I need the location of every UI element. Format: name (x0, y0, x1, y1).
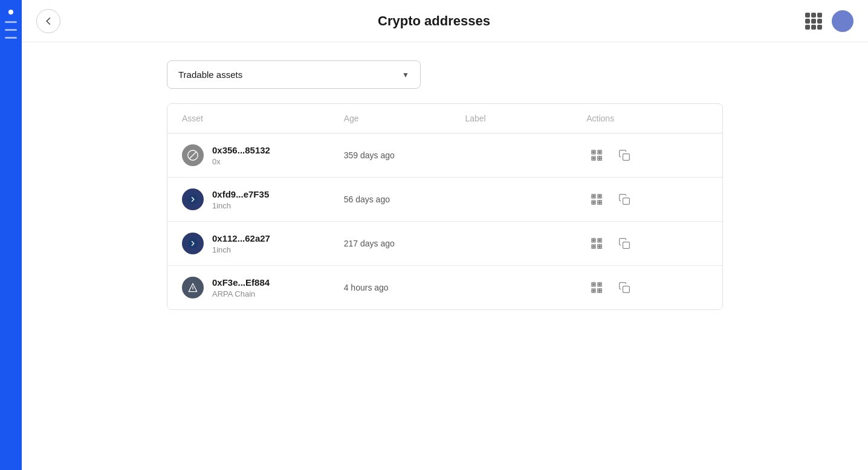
copy-button-2[interactable] (614, 233, 635, 254)
svg-line-1 (190, 152, 196, 159)
svg-rect-6 (600, 156, 602, 158)
dropdown-label: Tradable assets (178, 69, 242, 80)
addresses-table: Asset Age Label Actions 0x356...85132 (167, 103, 723, 310)
svg-rect-19 (598, 203, 600, 205)
qr-code-icon (590, 237, 603, 250)
back-arrow-icon (42, 14, 55, 28)
qr-code-icon (590, 281, 603, 294)
address-1: 0xfd9...e7F35 (212, 189, 269, 199)
copy-icon (618, 149, 630, 161)
asset-name-0: 0x (212, 157, 270, 166)
svg-point-13 (188, 195, 198, 205)
actions-1 (586, 189, 708, 210)
svg-rect-48 (593, 290, 595, 292)
svg-rect-8 (600, 159, 602, 161)
age-3: 4 hours ago (344, 283, 465, 292)
asset-name-3: ARPA Chain (212, 289, 270, 298)
svg-rect-24 (623, 198, 630, 205)
copy-icon (618, 237, 630, 249)
disabled-icon (186, 149, 199, 162)
svg-rect-49 (623, 286, 630, 293)
qr-code-icon (590, 149, 603, 162)
main-content: Crypto addresses (22, 0, 868, 470)
svg-rect-36 (623, 242, 630, 249)
asset-name-1: 1inch (212, 201, 269, 210)
copy-button-0[interactable] (614, 145, 635, 166)
avatar[interactable] (832, 10, 853, 32)
svg-rect-17 (598, 201, 600, 202)
actions-2 (586, 233, 708, 254)
svg-rect-43 (600, 289, 602, 291)
svg-rect-11 (593, 158, 595, 159)
back-button[interactable] (36, 9, 60, 33)
address-3: 0xF3e...Ef884 (212, 277, 270, 288)
svg-point-25 (188, 239, 198, 249)
age-2: 217 days ago (344, 239, 465, 248)
arpa-icon (187, 282, 199, 294)
svg-rect-9 (593, 152, 595, 153)
actions-3 (586, 277, 708, 298)
col-age: Age (344, 114, 465, 123)
asset-icon-0 (182, 144, 204, 166)
asset-filter-dropdown[interactable]: Tradable assets ▼ (167, 60, 421, 89)
apps-button[interactable] (803, 10, 824, 32)
address-2: 0x112...62a27 (212, 233, 270, 243)
age-0: 359 days ago (344, 150, 465, 160)
col-asset: Asset (182, 114, 344, 123)
svg-rect-32 (600, 247, 602, 249)
svg-rect-12 (623, 154, 630, 161)
asset-icon-2 (182, 233, 204, 254)
asset-cell-1: 0xfd9...e7F35 1inch (182, 188, 344, 210)
table-header: Asset Age Label Actions (167, 104, 722, 134)
chevron-down-icon: ▼ (402, 71, 409, 79)
svg-rect-7 (598, 159, 600, 161)
header-left (36, 9, 60, 33)
qr-button-3[interactable] (586, 277, 607, 298)
asset-info-2: 0x112...62a27 1inch (212, 233, 270, 254)
asset-cell-3: 0xF3e...Ef884 ARPA Chain (182, 277, 344, 298)
svg-rect-22 (599, 196, 601, 198)
asset-cell-0: 0x356...85132 0x (182, 144, 344, 166)
qr-button-0[interactable] (586, 145, 607, 166)
copy-icon (618, 282, 630, 294)
svg-rect-18 (600, 201, 602, 202)
sidebar-bar-2 (5, 29, 17, 31)
copy-button-1[interactable] (614, 189, 635, 210)
col-label: Label (465, 114, 586, 123)
header-right (803, 10, 853, 32)
table-row: 0x112...62a27 1inch 217 days ago (167, 222, 722, 266)
page-title: Crypto addresses (378, 13, 490, 29)
svg-rect-35 (593, 246, 595, 248)
qr-button-1[interactable] (586, 189, 607, 210)
oneinch-icon (186, 193, 199, 206)
table-row: 0x356...85132 0x 359 days ago (167, 134, 722, 178)
asset-icon-3 (182, 277, 204, 298)
asset-info-3: 0xF3e...Ef884 ARPA Chain (212, 277, 270, 298)
sidebar (0, 0, 22, 470)
age-1: 56 days ago (344, 195, 465, 204)
svg-rect-20 (600, 203, 602, 205)
svg-rect-44 (598, 291, 600, 293)
svg-rect-33 (593, 240, 595, 242)
svg-rect-47 (599, 284, 601, 286)
sidebar-bar-3 (5, 37, 17, 39)
svg-rect-5 (598, 156, 600, 158)
header: Crypto addresses (22, 0, 868, 42)
copy-button-3[interactable] (614, 277, 635, 298)
svg-rect-34 (599, 240, 601, 242)
oneinch-icon-2 (186, 237, 199, 250)
col-actions: Actions (586, 114, 708, 123)
asset-info-1: 0xfd9...e7F35 1inch (212, 189, 269, 210)
svg-rect-45 (600, 291, 602, 293)
sidebar-indicator (8, 10, 13, 14)
address-0: 0x356...85132 (212, 145, 270, 155)
table-row: 0xF3e...Ef884 ARPA Chain 4 hours ago (167, 266, 722, 309)
copy-icon (618, 193, 630, 205)
qr-button-2[interactable] (586, 233, 607, 254)
asset-name-2: 1inch (212, 245, 270, 254)
asset-info-0: 0x356...85132 0x (212, 145, 270, 166)
svg-rect-42 (598, 289, 600, 291)
sidebar-bar-1 (5, 21, 17, 23)
asset-cell-2: 0x112...62a27 1inch (182, 233, 344, 254)
content-area: Tradable assets ▼ Asset Age Label Action… (22, 42, 868, 470)
